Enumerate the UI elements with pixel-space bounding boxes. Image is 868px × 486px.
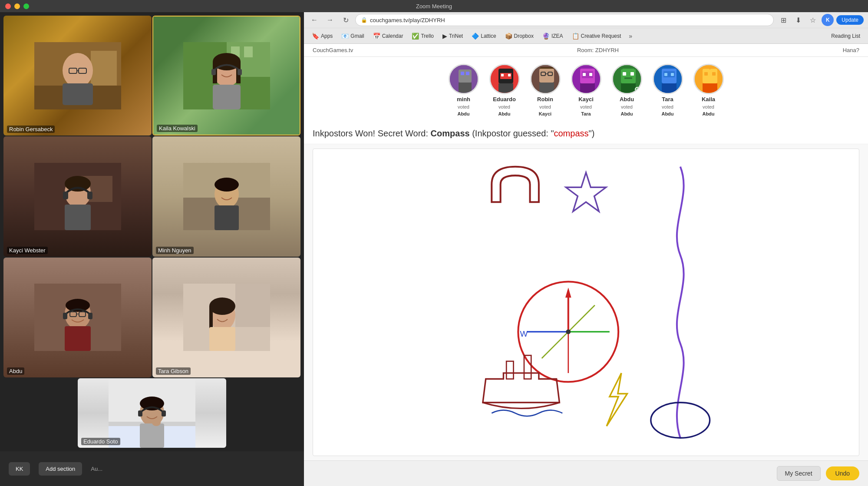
bookmark-trello[interactable]: ✅ Trello [408, 31, 437, 41]
profile-button[interactable]: K [822, 14, 834, 26]
player-voted-abdu: voted [621, 104, 633, 109]
svg-rect-87 [624, 77, 632, 79]
bookmarks-more-btn[interactable]: » [626, 31, 635, 41]
video-bg-kayci [3, 136, 152, 256]
reload-button[interactable]: ↻ [340, 14, 352, 26]
maximize-window-btn[interactable] [23, 3, 29, 9]
svg-rect-38 [88, 313, 92, 319]
bookmark-calendar-label: Calendar [382, 33, 403, 39]
svg-rect-45 [209, 327, 235, 351]
svg-rect-23 [63, 192, 68, 199]
lattice-icon: 🔷 [472, 33, 479, 40]
window-controls[interactable] [5, 3, 29, 9]
result-guessed-word: compass [554, 129, 589, 138]
drawing-canvas[interactable]: W [313, 149, 859, 456]
player-avatar-minh [449, 64, 479, 94]
download-button[interactable]: ⬇ [792, 14, 804, 26]
person-abdu-svg [34, 284, 121, 351]
svg-point-29 [215, 178, 239, 192]
svg-rect-25 [65, 205, 91, 230]
update-button[interactable]: Update [836, 15, 864, 25]
zoom-right-label: Au... [91, 466, 102, 472]
person-eduardo-svg [78, 378, 226, 448]
svg-rect-82 [621, 69, 636, 83]
reading-list-btn[interactable]: Reading List [828, 32, 864, 40]
svg-rect-80 [580, 83, 595, 94]
person-kaila-svg [183, 42, 270, 109]
bookmark-lattice-label: Lattice [481, 33, 496, 39]
game-bottom-bar: My Secret Undo [304, 460, 868, 486]
gmail-icon: 📧 [341, 33, 349, 40]
svg-rect-67 [498, 83, 513, 94]
svg-rect-51 [138, 410, 142, 417]
svg-rect-53 [140, 423, 164, 448]
player-voted-for-abdu: Abdu [620, 111, 633, 116]
bookmark-calendar[interactable]: 📅 Calendar [370, 31, 407, 41]
bookmark-creative[interactable]: 📋 Creative Request [568, 31, 625, 41]
undo-button[interactable]: Undo [826, 466, 859, 480]
bookmark-trinet-label: TriNet [449, 33, 463, 39]
bookmark-star-button[interactable]: ☆ [807, 14, 819, 26]
izea-icon: 🔮 [542, 33, 550, 40]
bookmark-izea[interactable]: 🔮 IZEA [539, 31, 567, 41]
player-name-robin: Robin [537, 96, 553, 102]
bookmark-apps[interactable]: 🔖 Apps [308, 31, 336, 41]
browser-actions: ⊞ ⬇ ☆ K Update [777, 14, 864, 26]
video-cell-minh: Minh Nguyen [152, 136, 300, 256]
video-bg-tara [152, 258, 300, 377]
player-card-robin: Robin voted Kayci [530, 64, 561, 116]
my-secret-button[interactable]: My Secret [777, 466, 821, 481]
player-voted-robin: voted [539, 104, 551, 109]
kk-button[interactable]: KK [9, 462, 30, 476]
close-window-btn[interactable] [5, 3, 11, 9]
svg-rect-61 [459, 83, 472, 94]
creative-icon: 📋 [572, 33, 579, 40]
address-bar[interactable]: 🔒 couchgames.tv/play/ZDHYRH [355, 14, 774, 26]
svg-rect-66 [508, 74, 511, 76]
svg-point-112 [566, 329, 571, 334]
player-avatar-kayci [571, 64, 601, 94]
video-bg-minh [152, 136, 300, 256]
player-avatar-tara [653, 64, 683, 94]
player-name-kayci: Kayci [578, 96, 594, 102]
lock-icon: 🔒 [361, 17, 367, 23]
bookmark-gmail-label: Gmail [350, 33, 364, 39]
bookmark-creative-label: Creative Request [581, 33, 621, 39]
grid-view-button[interactable]: ⊞ [777, 14, 789, 26]
bookmark-izea-label: IZEA [551, 33, 563, 39]
bookmark-dropbox-label: Dropbox [514, 33, 534, 39]
svg-text:W: W [520, 329, 528, 338]
back-button[interactable]: ← [308, 14, 320, 26]
player-voted-eduardo: voted [498, 104, 510, 109]
video-name-eduardo: Eduardo Soto [81, 438, 120, 445]
forward-button[interactable]: → [324, 14, 336, 26]
svg-rect-100 [703, 83, 717, 94]
svg-rect-88 [621, 83, 636, 94]
video-name-abdu: Abdu [7, 367, 24, 375]
svg-rect-59 [461, 72, 464, 75]
player-voted-for-minh: Abdu [457, 111, 469, 116]
svg-rect-83 [619, 66, 623, 69]
game-site-label: CouchGames.tv [313, 47, 353, 53]
add-section-button[interactable]: Add section [39, 462, 82, 476]
video-name-minh: Minh Nguyen [156, 247, 194, 254]
bookmark-lattice[interactable]: 🔷 Lattice [468, 31, 499, 41]
svg-rect-94 [662, 83, 677, 94]
game-room-label: Room: ZDHYRH [577, 47, 619, 53]
person-tara-svg [183, 284, 270, 351]
minimize-window-btn[interactable] [14, 3, 20, 9]
player-name-eduardo: Eduardo [493, 96, 516, 102]
svg-point-54 [152, 419, 161, 426]
person-robin-svg [34, 42, 121, 109]
result-closing: ") [589, 129, 595, 138]
bookmark-gmail[interactable]: 📧 Gmail [338, 31, 367, 41]
video-cell-abdu: Abdu [3, 258, 152, 377]
svg-rect-96 [703, 69, 717, 83]
video-inner-eduardo: Eduardo Soto [78, 378, 226, 448]
video-bg-robin [3, 16, 152, 136]
video-name-tara: Tara Gibson [156, 367, 191, 375]
bookmark-trinet[interactable]: ▶ TriNet [439, 31, 466, 41]
bookmark-dropbox[interactable]: 📦 Dropbox [502, 31, 537, 41]
svg-rect-98 [704, 72, 708, 76]
svg-rect-60 [466, 72, 469, 75]
